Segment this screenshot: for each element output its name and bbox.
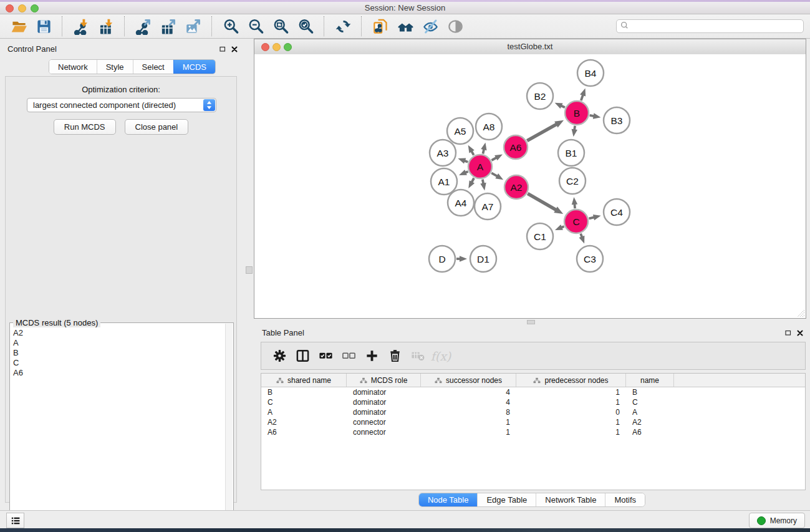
graph-edge-B-B1[interactable] <box>572 126 577 137</box>
graph-edge-A-A7[interactable] <box>480 180 486 191</box>
memory-button[interactable]: Memory <box>749 513 805 528</box>
graph-node-A1[interactable]: A1 <box>431 168 457 195</box>
graph-node-A6[interactable]: A6 <box>504 135 528 159</box>
show-panels-icon[interactable] <box>445 16 465 36</box>
mcds-result-item[interactable]: A <box>11 338 224 348</box>
task-history-button[interactable] <box>6 513 24 528</box>
graph-node-C4[interactable]: C4 <box>604 199 630 225</box>
column-header-successor-nodes[interactable]: successor nodes <box>421 374 516 387</box>
tab-mcds[interactable]: MCDS <box>173 60 215 74</box>
graph-node-B1[interactable]: B1 <box>558 140 584 166</box>
float-panel-icon[interactable] <box>219 44 226 56</box>
graph-node-A2[interactable]: A2 <box>504 175 528 199</box>
column-header-shared-name[interactable]: shared name <box>261 374 347 387</box>
graph-node-C2[interactable]: C2 <box>559 168 586 194</box>
table-row[interactable]: Adominator80A <box>261 407 805 417</box>
graph-node-A7[interactable]: A7 <box>475 193 501 220</box>
mcds-result-item[interactable]: C <box>11 358 224 368</box>
tab-network[interactable]: Network <box>49 60 97 74</box>
close-table-panel-icon[interactable] <box>796 328 804 339</box>
graph-edge-C-C2[interactable] <box>572 197 577 208</box>
tab-network-table[interactable]: Network Table <box>536 493 605 506</box>
graph-edge-A-A5[interactable] <box>468 145 475 155</box>
search-field[interactable] <box>616 19 804 33</box>
graph-edge-A-A4[interactable] <box>468 178 475 189</box>
delete-column-icon[interactable] <box>384 346 405 366</box>
horizontal-split-handle[interactable] <box>527 320 535 324</box>
select-all-icon[interactable] <box>315 346 336 366</box>
add-column-icon[interactable] <box>361 346 382 366</box>
mcds-result-item[interactable]: A6 <box>11 368 224 378</box>
graph-node-C3[interactable]: C3 <box>577 246 603 272</box>
vertical-split-handle[interactable] <box>246 266 253 274</box>
network-canvas[interactable]: B4B2BB3A8A5A6A3B1AA1C2A2A4A7C4CC1C3DD1 <box>254 54 806 318</box>
graph-node-A8[interactable]: A8 <box>476 114 502 140</box>
graph-node-A4[interactable]: A4 <box>448 190 474 216</box>
graph-node-C[interactable]: C <box>564 210 588 233</box>
import-network-icon[interactable] <box>71 16 91 36</box>
first-neighbors-icon[interactable] <box>395 16 415 36</box>
save-session-icon[interactable] <box>34 16 54 36</box>
graph-edge-C-C3[interactable] <box>579 234 584 244</box>
criterion-dropdown[interactable]: largest connected component (directed) <box>27 98 216 112</box>
graph-node-D1[interactable]: D1 <box>470 246 496 272</box>
column-header-predecessor-nodes[interactable]: predecessor nodes <box>516 374 626 387</box>
import-table-icon[interactable] <box>96 16 116 36</box>
columns-icon[interactable] <box>292 346 313 366</box>
column-header-MCDS-role[interactable]: MCDS role <box>347 374 421 387</box>
mcds-result-item[interactable]: A2 <box>11 328 224 338</box>
graph-edge-A-A8[interactable] <box>481 142 486 153</box>
graph-edge-C-C1[interactable] <box>555 225 564 230</box>
graph-node-C1[interactable]: C1 <box>527 223 553 249</box>
graph-edge-B-B3[interactable] <box>590 113 601 118</box>
deselect-all-icon[interactable] <box>338 346 359 366</box>
graph-edge-A-A3[interactable] <box>458 158 468 164</box>
app-title-bar[interactable]: Session: New Session <box>0 2 810 14</box>
graph-edge-A2-C[interactable] <box>528 193 563 214</box>
mcds-result-list[interactable]: A2ABCA6 <box>11 328 224 532</box>
tab-node-table[interactable]: Node Table <box>419 493 478 506</box>
refresh-icon[interactable] <box>333 16 353 36</box>
graph-edge-C-C4[interactable] <box>589 215 600 220</box>
zoom-selected-icon[interactable] <box>296 16 316 36</box>
column-header-name[interactable]: name <box>626 374 674 387</box>
graph-edge-B-B2[interactable] <box>555 103 565 109</box>
table-row[interactable]: A2connector11A2 <box>261 417 805 427</box>
graph-node-B[interactable]: B <box>565 101 589 125</box>
graph-node-A[interactable]: A <box>468 155 492 178</box>
graph-edge-B-B4[interactable] <box>580 89 586 101</box>
table-row[interactable]: Bdominator41B <box>261 387 805 397</box>
tab-motifs[interactable]: Motifs <box>605 493 645 506</box>
tab-style[interactable]: Style <box>97 60 133 74</box>
zoom-in-icon[interactable] <box>221 16 241 36</box>
open-session-icon[interactable] <box>9 16 29 36</box>
table-row[interactable]: Cdominator41C <box>261 397 805 407</box>
table-row[interactable]: A6connector11A6 <box>261 427 805 437</box>
export-image-icon[interactable] <box>183 16 203 36</box>
graph-edge-A-A6[interactable] <box>491 154 502 160</box>
network-window-title-bar[interactable]: testGlobe.txt <box>254 39 806 55</box>
graph-node-B3[interactable]: B3 <box>604 107 630 133</box>
float-table-panel-icon[interactable] <box>784 328 792 339</box>
gear-icon[interactable] <box>269 346 290 366</box>
result-scrollbar[interactable] <box>225 324 233 532</box>
graph-edge-D-D1[interactable] <box>456 256 467 262</box>
graph-edge-A-A1[interactable] <box>459 170 468 175</box>
graph-edge-A-A2[interactable] <box>491 173 503 180</box>
graph-node-B2[interactable]: B2 <box>527 83 553 109</box>
close-panel-icon[interactable] <box>231 44 238 56</box>
export-network-icon[interactable] <box>133 16 153 36</box>
mcds-result-item[interactable]: B <box>11 348 224 358</box>
zoom-out-icon[interactable] <box>246 16 266 36</box>
graph-node-A5[interactable]: A5 <box>447 118 473 144</box>
run-mcds-button[interactable]: Run MCDS <box>54 119 116 135</box>
graph-node-A3[interactable]: A3 <box>430 140 456 166</box>
hide-panels-icon[interactable] <box>420 16 440 36</box>
tab-select[interactable]: Select <box>133 60 173 74</box>
resize-grip-icon[interactable] <box>796 309 805 317</box>
tab-edge-table[interactable]: Edge Table <box>477 493 536 506</box>
duplicate-network-icon[interactable] <box>370 16 390 36</box>
graph-node-B4[interactable]: B4 <box>577 60 604 86</box>
close-panel-button[interactable]: Close panel <box>125 119 189 135</box>
graph-node-D[interactable]: D <box>429 246 455 272</box>
